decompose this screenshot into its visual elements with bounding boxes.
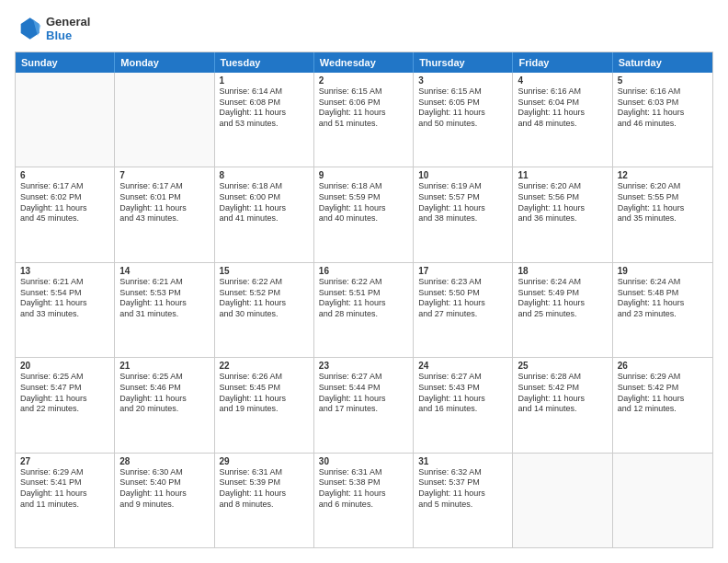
cell-text: Daylight: 11 hours bbox=[618, 203, 708, 214]
day-cell-3: 3Sunrise: 6:15 AMSunset: 6:05 PMDaylight… bbox=[414, 73, 513, 167]
cell-text: Sunrise: 6:21 AM bbox=[119, 277, 209, 288]
day-header-thursday: Thursday bbox=[414, 52, 513, 73]
header: General Blue bbox=[15, 15, 713, 42]
cell-text: and 36 minutes. bbox=[518, 213, 607, 224]
day-cell-1: 1Sunrise: 6:14 AMSunset: 6:08 PMDaylight… bbox=[215, 73, 314, 167]
cell-text: Sunset: 5:53 PM bbox=[119, 288, 209, 299]
cell-text: Sunrise: 6:22 AM bbox=[220, 277, 309, 288]
cell-text: Daylight: 11 hours bbox=[518, 203, 607, 214]
cell-text: Sunset: 5:51 PM bbox=[319, 288, 408, 299]
day-number: 5 bbox=[618, 75, 708, 86]
cell-text: Sunset: 5:40 PM bbox=[119, 477, 209, 488]
day-cell-28: 28Sunrise: 6:30 AMSunset: 5:40 PMDayligh… bbox=[115, 454, 214, 547]
cell-text: Sunset: 5:46 PM bbox=[119, 383, 209, 394]
cell-text: Daylight: 11 hours bbox=[518, 298, 607, 309]
day-number: 30 bbox=[319, 456, 408, 466]
cell-text: Sunrise: 6:19 AM bbox=[418, 181, 507, 192]
cell-text: Sunset: 5:54 PM bbox=[20, 288, 109, 299]
cell-text: Sunset: 6:01 PM bbox=[119, 192, 209, 203]
day-cell-23: 23Sunrise: 6:27 AMSunset: 5:44 PMDayligh… bbox=[314, 358, 414, 452]
cell-text: Daylight: 11 hours bbox=[20, 203, 109, 214]
day-header-wednesday: Wednesday bbox=[314, 52, 414, 73]
cell-text: Sunset: 6:03 PM bbox=[618, 98, 708, 109]
day-cell-29: 29Sunrise: 6:31 AMSunset: 5:39 PMDayligh… bbox=[215, 454, 314, 547]
day-number: 12 bbox=[618, 170, 708, 180]
cell-text: Daylight: 11 hours bbox=[418, 488, 507, 500]
day-cell-18: 18Sunrise: 6:24 AMSunset: 5:49 PMDayligh… bbox=[513, 263, 612, 357]
cell-text: Sunrise: 6:29 AM bbox=[618, 372, 708, 383]
day-cell-2: 2Sunrise: 6:15 AMSunset: 6:06 PMDaylight… bbox=[314, 73, 414, 167]
day-cell-27: 27Sunrise: 6:29 AMSunset: 5:41 PMDayligh… bbox=[16, 454, 115, 547]
cell-text: and 9 minutes. bbox=[119, 500, 209, 511]
cell-text: and 53 minutes. bbox=[220, 119, 309, 130]
cell-text: and 31 minutes. bbox=[119, 309, 209, 320]
cell-text: Daylight: 11 hours bbox=[518, 394, 607, 405]
day-number: 1 bbox=[220, 75, 309, 86]
page: General Blue SundayMondayTuesdayWednesda… bbox=[0, 0, 728, 563]
cell-text: Daylight: 11 hours bbox=[418, 394, 507, 405]
cell-text: Daylight: 11 hours bbox=[618, 298, 708, 309]
day-number: 11 bbox=[518, 170, 607, 180]
cell-text: and 38 minutes. bbox=[418, 213, 507, 224]
cell-text: Sunrise: 6:28 AM bbox=[518, 372, 607, 383]
day-cell-17: 17Sunrise: 6:23 AMSunset: 5:50 PMDayligh… bbox=[414, 263, 513, 357]
cell-text: and 19 minutes. bbox=[220, 404, 309, 415]
calendar-row-2: 6Sunrise: 6:17 AMSunset: 6:02 PMDaylight… bbox=[16, 167, 712, 261]
day-number: 15 bbox=[220, 266, 309, 276]
cell-text: and 22 minutes. bbox=[20, 404, 109, 415]
calendar-row-1: 1Sunrise: 6:14 AMSunset: 6:08 PMDaylight… bbox=[16, 73, 712, 167]
cell-text: Daylight: 11 hours bbox=[319, 203, 408, 214]
day-number: 24 bbox=[418, 361, 507, 371]
cell-text: and 46 minutes. bbox=[618, 119, 708, 130]
cell-text: Sunrise: 6:25 AM bbox=[20, 372, 109, 383]
day-cell-10: 10Sunrise: 6:19 AMSunset: 5:57 PMDayligh… bbox=[414, 167, 513, 261]
day-header-tuesday: Tuesday bbox=[215, 52, 314, 73]
day-number: 19 bbox=[618, 266, 708, 276]
cell-text: and 35 minutes. bbox=[618, 213, 708, 224]
day-number: 14 bbox=[119, 266, 209, 276]
day-number: 27 bbox=[20, 456, 109, 466]
day-cell-20: 20Sunrise: 6:25 AMSunset: 5:47 PMDayligh… bbox=[16, 358, 115, 452]
cell-text: Sunset: 5:47 PM bbox=[20, 383, 109, 394]
day-number: 28 bbox=[119, 456, 209, 466]
cell-text: Sunrise: 6:26 AM bbox=[220, 372, 309, 383]
day-cell-26: 26Sunrise: 6:29 AMSunset: 5:42 PMDayligh… bbox=[613, 358, 712, 452]
empty-cell bbox=[115, 73, 214, 167]
day-cell-4: 4Sunrise: 6:16 AMSunset: 6:04 PMDaylight… bbox=[513, 73, 612, 167]
cell-text: and 16 minutes. bbox=[418, 404, 507, 415]
day-cell-14: 14Sunrise: 6:21 AMSunset: 5:53 PMDayligh… bbox=[115, 263, 214, 357]
day-cell-31: 31Sunrise: 6:32 AMSunset: 5:37 PMDayligh… bbox=[414, 454, 513, 547]
cell-text: and 17 minutes. bbox=[319, 404, 408, 415]
cell-text: Daylight: 11 hours bbox=[20, 394, 109, 405]
cell-text: Sunrise: 6:22 AM bbox=[319, 277, 408, 288]
cell-text: Sunrise: 6:18 AM bbox=[319, 181, 408, 192]
cell-text: Daylight: 11 hours bbox=[319, 394, 408, 405]
day-number: 16 bbox=[319, 266, 408, 276]
cell-text: and 8 minutes. bbox=[220, 500, 309, 511]
cell-text: and 50 minutes. bbox=[418, 119, 507, 130]
day-number: 23 bbox=[319, 361, 408, 371]
cell-text: Daylight: 11 hours bbox=[119, 488, 209, 500]
cell-text: Sunset: 6:06 PM bbox=[319, 98, 408, 109]
cell-text: Sunset: 5:48 PM bbox=[618, 288, 708, 299]
cell-text: Sunset: 5:56 PM bbox=[518, 192, 607, 203]
cell-text: Sunrise: 6:24 AM bbox=[618, 277, 708, 288]
cell-text: Sunrise: 6:23 AM bbox=[418, 277, 507, 288]
day-number: 25 bbox=[518, 361, 607, 371]
day-number: 3 bbox=[418, 75, 507, 86]
day-cell-8: 8Sunrise: 6:18 AMSunset: 6:00 PMDaylight… bbox=[215, 167, 314, 261]
cell-text: Daylight: 11 hours bbox=[418, 203, 507, 214]
cell-text: Sunset: 5:41 PM bbox=[20, 477, 109, 488]
cell-text: Sunset: 6:05 PM bbox=[418, 98, 507, 109]
cell-text: Sunset: 5:49 PM bbox=[518, 288, 607, 299]
day-cell-25: 25Sunrise: 6:28 AMSunset: 5:42 PMDayligh… bbox=[513, 358, 612, 452]
day-cell-30: 30Sunrise: 6:31 AMSunset: 5:38 PMDayligh… bbox=[314, 454, 414, 547]
cell-text: Sunrise: 6:17 AM bbox=[20, 181, 109, 192]
day-number: 29 bbox=[220, 456, 309, 466]
calendar-row-4: 20Sunrise: 6:25 AMSunset: 5:47 PMDayligh… bbox=[16, 357, 712, 452]
day-number: 21 bbox=[119, 361, 209, 371]
cell-text: Sunrise: 6:30 AM bbox=[119, 467, 209, 478]
calendar-body: 1Sunrise: 6:14 AMSunset: 6:08 PMDaylight… bbox=[16, 73, 712, 547]
cell-text: and 43 minutes. bbox=[119, 213, 209, 224]
day-number: 6 bbox=[20, 170, 109, 180]
